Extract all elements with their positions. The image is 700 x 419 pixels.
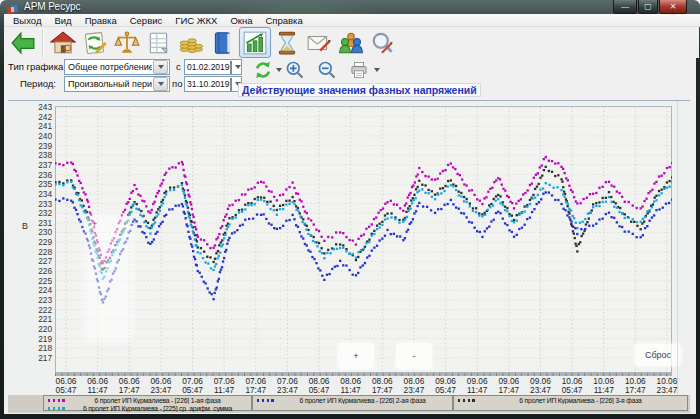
date-from-label: с xyxy=(176,61,181,72)
y-tick-label: 232 xyxy=(32,209,52,217)
zoom-in-button[interactable] xyxy=(284,59,306,81)
legend-label: 6 пролет ИП Курмалиева - [226] 2-ая фаза xyxy=(275,397,450,404)
refresh-menu-chevron-icon[interactable] xyxy=(276,68,282,72)
chart-type-label: Тип графика: xyxy=(8,61,66,72)
chart-area[interactable]: В + + - Сброс 24324224124023923823723623… xyxy=(8,100,690,394)
printer-icon xyxy=(349,60,369,80)
print-button[interactable] xyxy=(348,59,370,81)
legend-entry[interactable]: 6 пролет ИП Курмалиева - [226] 2-ая фаза xyxy=(257,397,450,404)
right-gutter-line xyxy=(677,101,678,394)
x-tick-label: 07.06 23:47 xyxy=(270,377,304,394)
toolbar-button-users[interactable] xyxy=(335,27,367,58)
legend-entry[interactable]: 6 пролет ИП Курмалиева - [226] 3-я фаза xyxy=(458,397,685,404)
close-button[interactable]: ✕ xyxy=(659,0,687,14)
toolbar-button-money[interactable] xyxy=(175,27,207,58)
y-tick-label: 241 xyxy=(32,122,52,130)
legend-label: 6 пролет ИП Курмалиева - [226] 3-я фаза xyxy=(476,397,685,404)
legend-entry[interactable]: 6 пролет ИП Курмалиева - [226] 1-ая фаза xyxy=(48,397,249,404)
toolbar-button-home[interactable] xyxy=(47,27,79,58)
zoom-out-button[interactable] xyxy=(316,59,338,81)
chart-reset-button[interactable]: Сброс xyxy=(635,344,681,366)
x-tick-label: 07.06 05:47 xyxy=(176,377,210,394)
calendar-icon[interactable] xyxy=(230,78,232,91)
chart-icon xyxy=(242,30,268,56)
date-to-input[interactable]: 31.10.2019 xyxy=(184,76,242,92)
zoom-in-icon xyxy=(285,60,305,80)
toolbar-button-ledger[interactable] xyxy=(143,27,175,58)
menu-item[interactable]: Выход xyxy=(13,15,41,26)
x-tick-label: 08.06 11:47 xyxy=(334,377,368,394)
menu-item[interactable]: Окна xyxy=(230,15,252,26)
home-icon xyxy=(50,30,76,56)
back-icon xyxy=(10,30,36,56)
x-tick-label: 09.06 17:47 xyxy=(492,377,526,394)
x-tick-label: 07.06 17:47 xyxy=(239,377,273,394)
y-tick-label: 224 xyxy=(32,286,52,294)
x-tick-label: 06.06 11:47 xyxy=(81,377,115,394)
maximize-button[interactable]: ▢ xyxy=(638,0,658,14)
chevron-down-icon[interactable] xyxy=(153,60,168,74)
y-tick-label: 220 xyxy=(32,325,52,333)
titlebar[interactable]: АРМ Ресурс — ▢ ✕ xyxy=(0,0,700,14)
menu-item[interactable]: Вид xyxy=(54,15,71,26)
toolbar-button-back[interactable] xyxy=(7,27,39,58)
period-select[interactable]: Произвольный период xyxy=(64,76,170,92)
y-tick-label: 239 xyxy=(32,142,52,150)
menu-item[interactable]: Справка xyxy=(265,15,302,26)
minimize-button[interactable]: — xyxy=(613,0,637,14)
chart-zoom-out-button[interactable]: - xyxy=(396,343,432,369)
y-tick-label: 223 xyxy=(32,296,52,304)
chart-title: Действующие значения фазных напряжений xyxy=(238,83,481,97)
x-tick-label: 10.06 05:47 xyxy=(555,377,589,394)
chart-zoom-in-button[interactable]: + xyxy=(338,343,374,369)
toolbar-button-book[interactable] xyxy=(207,27,239,58)
chevron-down-icon[interactable] xyxy=(153,77,168,91)
y-tick-label: 240 xyxy=(32,132,52,140)
toolbar-button-search-edit[interactable] xyxy=(367,27,399,58)
toolbar-button-hourglass[interactable] xyxy=(271,27,303,58)
y-tick-label: 231 xyxy=(32,219,52,227)
y-tick-label: 225 xyxy=(32,277,52,285)
x-tick-label: 10.06 17:47 xyxy=(618,377,652,394)
hover-highlight xyxy=(84,213,134,343)
toolbar-button-chart[interactable] xyxy=(239,27,271,58)
x-tick-label: 08.06 23:47 xyxy=(397,377,431,394)
chart-type-select[interactable]: Общее потребление xyxy=(64,59,170,75)
date-to-label: по xyxy=(172,78,182,89)
cursor-crosshair: + xyxy=(92,219,97,229)
x-tick-label: 06.06 05:47 xyxy=(49,377,83,394)
toolbar-button-scales[interactable] xyxy=(111,27,143,58)
users-icon xyxy=(338,30,364,56)
y-tick-label: 221 xyxy=(32,315,52,323)
y-tick-label: 237 xyxy=(32,161,52,169)
menu-item[interactable]: ГИС ЖКХ xyxy=(175,15,217,26)
x-tick-label: 09.06 23:47 xyxy=(523,377,557,394)
edit-list-icon xyxy=(82,30,108,56)
x-tick-label: 08.06 17:47 xyxy=(365,377,399,394)
y-tick-label: 242 xyxy=(32,113,52,121)
zoom-out-icon xyxy=(317,60,337,80)
app-window: АРМ Ресурс — ▢ ✕ ВыходВидПравкаСервисГИС… xyxy=(0,0,700,419)
money-icon xyxy=(178,30,204,56)
toolbar-button-edit-list[interactable] xyxy=(79,27,111,58)
legend-box: 6 пролет ИП Курмалиева - [226] 2-ая фаза xyxy=(252,395,453,411)
legend-entry[interactable]: 6 пролет ИП Курмалиева - [225] ср. арифм… xyxy=(48,405,249,412)
menu-item[interactable]: Правка xyxy=(85,15,117,26)
x-tick-label: 09.06 11:47 xyxy=(460,377,494,394)
date-from-input[interactable]: 01.02.2019 xyxy=(184,59,242,75)
window-title: АРМ Ресурс xyxy=(24,1,81,12)
ledger-icon xyxy=(146,30,172,56)
window-frame-bottom xyxy=(0,414,700,419)
print-menu-chevron-icon[interactable] xyxy=(374,68,380,72)
x-tick-label: 10.06 23:47 xyxy=(650,377,684,394)
chevron-down-icon[interactable] xyxy=(235,65,241,69)
menu-item[interactable]: Сервис xyxy=(130,15,163,26)
toolbar-button-mail[interactable] xyxy=(303,27,335,58)
legend-box: 6 пролет ИП Курмалиева - [226] 3-я фаза xyxy=(453,395,688,411)
refresh-button[interactable] xyxy=(252,59,274,81)
calendar-icon[interactable] xyxy=(230,61,232,74)
y-tick-label: 243 xyxy=(32,103,52,111)
legend-marker-dots-icon xyxy=(48,407,66,410)
legend-label: 6 пролет ИП Курмалиева - [225] ср. арифм… xyxy=(66,405,249,412)
menu-bar: ВыходВидПравкаСервисГИС ЖКХОкнаСправка xyxy=(4,14,700,27)
